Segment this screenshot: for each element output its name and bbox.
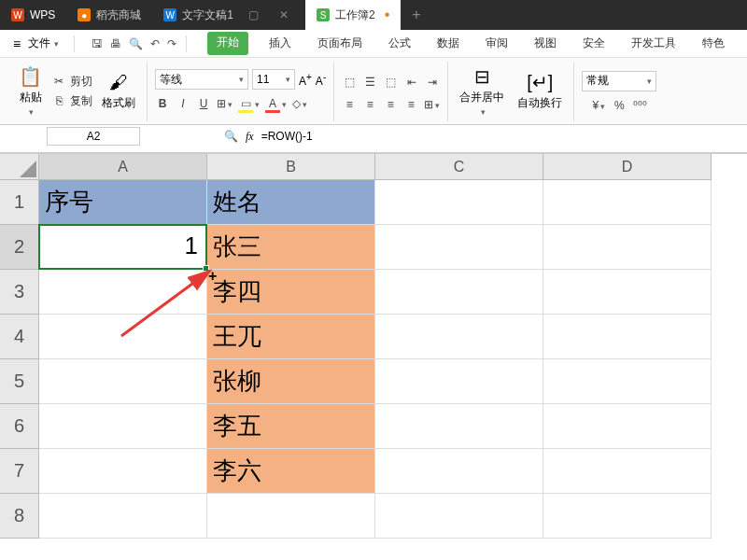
comma-icon[interactable]: ⁰⁰⁰ [632,99,647,112]
cell-d6[interactable] [543,404,712,449]
border-button[interactable]: ⊞ [217,97,233,113]
tab-formulas[interactable]: 公式 [383,32,416,55]
col-header-d[interactable]: D [543,154,712,180]
wrap-text-button[interactable]: [↵] 自动换行 [514,69,566,113]
row-header-7[interactable]: 7 [0,449,39,494]
decrease-font-icon[interactable]: A- [316,72,326,88]
cell-b8[interactable] [207,494,375,539]
tab-developer[interactable]: 开发工具 [626,32,682,55]
underline-button[interactable]: U [196,97,211,113]
cell-c2[interactable] [375,225,543,270]
cell-d3[interactable] [543,270,712,315]
tab-doc1[interactable]: W 文字文稿1 ▢ ✕ [152,0,305,30]
minimize-icon[interactable]: ▢ [243,8,264,21]
cell-c6[interactable] [375,404,543,449]
cell-b7[interactable]: 李六 [207,449,375,494]
row-header-3[interactable]: 3 [0,270,39,315]
file-menu[interactable]: 文件 [7,32,64,55]
format-painter-button[interactable]: 🖌 格式刷 [98,70,139,113]
tab-review[interactable]: 审阅 [480,32,514,55]
increase-font-icon[interactable]: A+ [299,72,312,88]
tab-security[interactable]: 安全 [577,32,611,55]
tab-insert[interactable]: 插入 [263,32,297,55]
row-header-6[interactable]: 6 [0,404,39,449]
currency-icon[interactable]: ¥ [591,99,606,112]
align-right-icon[interactable]: ≡ [383,98,398,111]
font-name-select[interactable]: 等线 [155,69,248,90]
select-all-corner[interactable] [0,154,39,180]
tab-workbook2[interactable]: S 工作簿2 • [305,0,401,30]
cell-b6[interactable]: 李五 [207,404,375,449]
tab-data[interactable]: 数据 [431,32,465,55]
tab-page-layout[interactable]: 页面布局 [312,32,368,55]
cell-d4[interactable] [543,315,712,359]
cell-d7[interactable] [543,449,712,494]
merge-center-button[interactable]: ⊟ 合并居中 [456,63,508,119]
new-tab-button[interactable]: + [401,7,431,23]
tab-view[interactable]: 视图 [529,32,562,55]
cell-a4[interactable] [39,315,207,359]
align-left-icon[interactable]: ≡ [342,98,357,111]
fx-icon[interactable]: fx [246,130,254,144]
row-header-1[interactable]: 1 [0,180,39,225]
justify-icon[interactable]: ≡ [403,98,418,111]
formula-bar-expand[interactable] [0,147,747,153]
cell-a1[interactable]: 序号 [39,180,207,225]
name-box[interactable]: A2 [47,127,140,146]
align-top-icon[interactable]: ⬚ [343,76,358,89]
italic-button[interactable]: I [176,97,190,113]
cell-c5[interactable] [375,359,543,404]
clear-format-button[interactable]: ◇ [292,97,307,113]
preview-icon[interactable]: 🔍 [129,37,143,50]
row-header-4[interactable]: 4 [0,315,39,359]
cell-c8[interactable] [375,494,543,539]
col-header-c[interactable]: C [375,154,543,180]
font-size-select[interactable]: 11 [252,69,295,90]
tab-store[interactable]: ● 稻壳商城 [66,0,152,30]
cell-d5[interactable] [543,359,712,404]
decrease-indent-icon[interactable]: ⇤ [404,76,419,89]
number-format-select[interactable]: 常规 [582,71,656,91]
align-bottom-icon[interactable]: ⬚ [384,76,399,89]
orientation-icon[interactable]: ⊞ [424,98,440,111]
cell-d1[interactable] [543,180,712,225]
align-center-icon[interactable]: ≡ [362,98,377,111]
align-middle-icon[interactable]: ☰ [363,76,378,89]
save-icon[interactable]: 🖫 [92,37,103,50]
col-header-a[interactable]: A [39,154,207,180]
increase-indent-icon[interactable]: ⇥ [425,76,440,89]
cell-a8[interactable] [39,494,207,539]
cell-c1[interactable] [375,180,543,225]
cell-d2[interactable] [543,225,712,270]
cell-c3[interactable] [375,270,543,315]
col-header-b[interactable]: B [207,154,375,180]
print-icon[interactable]: 🖶 [110,37,121,50]
row-header-2[interactable]: 2 [0,225,39,270]
percent-icon[interactable]: % [612,99,627,112]
cut-button[interactable]: ✂剪切 [51,74,92,90]
cell-b3[interactable]: 李四 [207,270,375,315]
zoom-icon[interactable]: 🔍 [224,130,238,143]
cell-a3[interactable] [39,270,207,315]
formula-input[interactable] [261,130,635,143]
close-icon[interactable]: ✕ [274,8,294,21]
tab-special[interactable]: 特色 [697,32,730,55]
tab-home[interactable]: 开始 [207,32,248,55]
cell-b4[interactable]: 王兀 [207,315,375,359]
row-header-5[interactable]: 5 [0,359,39,404]
fill-color-button[interactable]: ▭ [238,97,260,113]
font-color-button[interactable]: A [265,97,287,113]
cell-c4[interactable] [375,315,543,359]
bold-button[interactable]: B [155,97,170,113]
cell-a7[interactable] [39,449,207,494]
row-header-8[interactable]: 8 [0,494,39,539]
cell-b5[interactable]: 张柳 [207,359,375,404]
cell-b2[interactable]: 张三 [207,225,375,270]
copy-button[interactable]: ⎘复制 [51,93,92,109]
cell-a6[interactable] [39,404,207,449]
cell-c7[interactable] [375,449,543,494]
tab-wps[interactable]: W WPS [0,0,66,30]
redo-icon[interactable]: ↷ [167,37,176,50]
cell-d8[interactable] [543,494,712,539]
cell-a2[interactable] [39,225,207,270]
